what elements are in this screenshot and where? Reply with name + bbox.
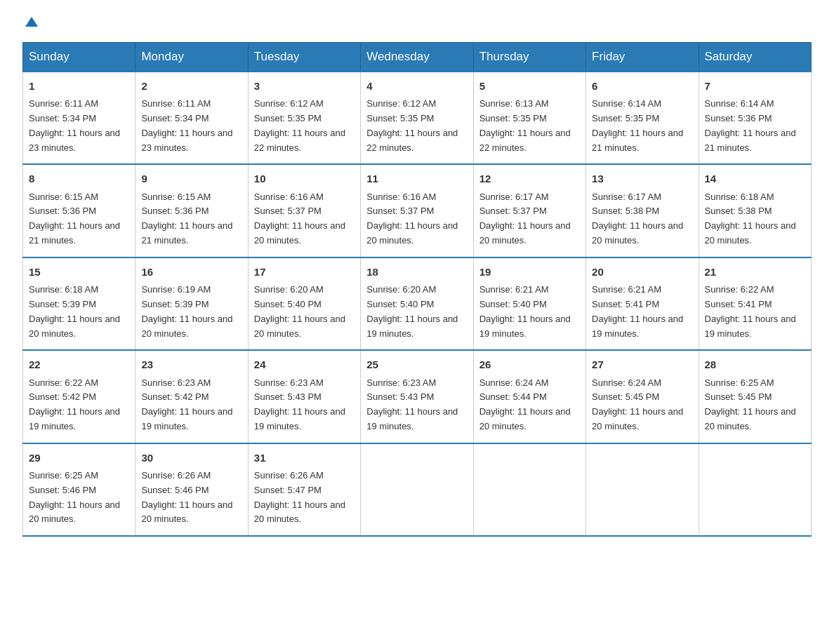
sunrise-label: Sunrise: 6:20 AM	[254, 284, 324, 295]
calendar-header-thursday: Thursday	[473, 43, 585, 72]
day-info: Sunrise: 6:20 AM Sunset: 5:40 PM Dayligh…	[366, 283, 467, 341]
day-info: Sunrise: 6:13 AM Sunset: 5:35 PM Dayligh…	[479, 97, 580, 155]
daylight-label: Daylight: 11 hours and 20 minutes.	[705, 220, 796, 246]
day-info: Sunrise: 6:21 AM Sunset: 5:41 PM Dayligh…	[592, 283, 692, 341]
daylight-label: Daylight: 11 hours and 20 minutes.	[141, 314, 232, 339]
day-info: Sunrise: 6:26 AM Sunset: 5:47 PM Dayligh…	[254, 469, 355, 527]
sunrise-label: Sunrise: 6:25 AM	[705, 377, 774, 388]
sunset-label: Sunset: 5:38 PM	[705, 206, 772, 216]
calendar-week-row: 15 Sunrise: 6:18 AM Sunset: 5:39 PM Dayl…	[23, 257, 812, 350]
sunset-label: Sunset: 5:45 PM	[592, 391, 659, 402]
day-number: 23	[141, 356, 241, 373]
day-info: Sunrise: 6:11 AM Sunset: 5:34 PM Dayligh…	[29, 97, 129, 155]
day-number: 6	[592, 78, 692, 94]
day-number: 2	[141, 78, 241, 94]
sunrise-label: Sunrise: 6:25 AM	[29, 470, 98, 481]
sunrise-label: Sunrise: 6:24 AM	[592, 377, 661, 388]
sunset-label: Sunset: 5:35 PM	[592, 113, 659, 123]
calendar-header-monday: Monday	[135, 43, 248, 72]
calendar-day-cell: 12 Sunrise: 6:17 AM Sunset: 5:37 PM Dayl…	[473, 164, 585, 257]
daylight-label: Daylight: 11 hours and 19 minutes.	[29, 406, 120, 431]
day-number: 9	[141, 170, 241, 187]
sunrise-label: Sunrise: 6:16 AM	[366, 192, 436, 202]
sunset-label: Sunset: 5:47 PM	[254, 485, 322, 495]
calendar-day-cell: 22 Sunrise: 6:22 AM Sunset: 5:42 PM Dayl…	[23, 350, 135, 443]
day-number: 31	[254, 450, 355, 466]
sunrise-label: Sunrise: 6:16 AM	[254, 192, 324, 202]
sunset-label: Sunset: 5:43 PM	[366, 391, 434, 402]
calendar-day-cell: 26 Sunrise: 6:24 AM Sunset: 5:44 PM Dayl…	[473, 350, 585, 443]
day-info: Sunrise: 6:20 AM Sunset: 5:40 PM Dayligh…	[254, 283, 355, 341]
sunrise-label: Sunrise: 6:14 AM	[705, 98, 774, 109]
sunrise-label: Sunrise: 6:20 AM	[366, 284, 436, 295]
day-number: 21	[705, 264, 805, 280]
calendar-header-tuesday: Tuesday	[248, 43, 360, 72]
day-info: Sunrise: 6:18 AM Sunset: 5:39 PM Dayligh…	[29, 283, 129, 341]
daylight-label: Daylight: 11 hours and 19 minutes.	[366, 406, 458, 431]
daylight-label: Daylight: 11 hours and 23 minutes.	[29, 128, 120, 153]
calendar-day-cell	[586, 443, 699, 536]
calendar-day-cell: 2 Sunrise: 6:11 AM Sunset: 5:34 PM Dayli…	[135, 72, 248, 164]
calendar-day-cell: 14 Sunrise: 6:18 AM Sunset: 5:38 PM Dayl…	[699, 164, 811, 257]
sunrise-label: Sunrise: 6:13 AM	[479, 98, 549, 109]
sunset-label: Sunset: 5:46 PM	[141, 485, 208, 495]
daylight-label: Daylight: 11 hours and 21 minutes.	[705, 128, 796, 153]
day-info: Sunrise: 6:25 AM Sunset: 5:45 PM Dayligh…	[705, 376, 805, 434]
day-number: 8	[29, 170, 129, 187]
sunset-label: Sunset: 5:35 PM	[479, 113, 547, 123]
day-number: 15	[29, 264, 129, 280]
sunset-label: Sunset: 5:44 PM	[479, 391, 547, 402]
day-info: Sunrise: 6:17 AM Sunset: 5:38 PM Dayligh…	[592, 190, 692, 248]
calendar-day-cell: 23 Sunrise: 6:23 AM Sunset: 5:42 PM Dayl…	[135, 350, 248, 443]
sunrise-label: Sunrise: 6:22 AM	[29, 377, 98, 388]
daylight-label: Daylight: 11 hours and 20 minutes.	[366, 220, 458, 246]
daylight-label: Daylight: 11 hours and 20 minutes.	[592, 220, 683, 246]
daylight-label: Daylight: 11 hours and 19 minutes.	[366, 314, 458, 339]
page-header	[22, 17, 812, 25]
calendar-day-cell: 25 Sunrise: 6:23 AM Sunset: 5:43 PM Dayl…	[361, 350, 473, 443]
day-info: Sunrise: 6:23 AM Sunset: 5:43 PM Dayligh…	[254, 376, 355, 434]
calendar-day-cell: 19 Sunrise: 6:21 AM Sunset: 5:40 PM Dayl…	[473, 257, 585, 350]
calendar-header-row: SundayMondayTuesdayWednesdayThursdayFrid…	[23, 43, 812, 72]
day-number: 28	[705, 356, 805, 373]
day-info: Sunrise: 6:16 AM Sunset: 5:37 PM Dayligh…	[254, 190, 355, 248]
day-number: 7	[705, 78, 805, 94]
calendar-day-cell: 18 Sunrise: 6:20 AM Sunset: 5:40 PM Dayl…	[361, 257, 473, 350]
sunrise-label: Sunrise: 6:18 AM	[705, 192, 774, 202]
daylight-label: Daylight: 11 hours and 21 minutes.	[592, 128, 683, 153]
calendar-week-row: 29 Sunrise: 6:25 AM Sunset: 5:46 PM Dayl…	[23, 443, 812, 536]
calendar-day-cell: 31 Sunrise: 6:26 AM Sunset: 5:47 PM Dayl…	[248, 443, 360, 536]
sunrise-label: Sunrise: 6:14 AM	[592, 98, 661, 109]
daylight-label: Daylight: 11 hours and 19 minutes.	[592, 314, 683, 339]
daylight-label: Daylight: 11 hours and 20 minutes.	[479, 406, 571, 431]
day-number: 22	[29, 356, 129, 373]
sunset-label: Sunset: 5:41 PM	[705, 299, 772, 309]
daylight-label: Daylight: 11 hours and 20 minutes.	[254, 314, 345, 339]
daylight-label: Daylight: 11 hours and 19 minutes.	[705, 314, 796, 339]
sunrise-label: Sunrise: 6:21 AM	[479, 284, 549, 295]
calendar-day-cell	[473, 443, 585, 536]
calendar-day-cell: 16 Sunrise: 6:19 AM Sunset: 5:39 PM Dayl…	[135, 257, 248, 350]
sunrise-label: Sunrise: 6:15 AM	[141, 192, 211, 202]
sunset-label: Sunset: 5:37 PM	[479, 206, 547, 216]
day-number: 24	[254, 356, 355, 373]
calendar-day-cell: 29 Sunrise: 6:25 AM Sunset: 5:46 PM Dayl…	[23, 443, 135, 536]
day-info: Sunrise: 6:19 AM Sunset: 5:39 PM Dayligh…	[141, 283, 241, 341]
sunrise-label: Sunrise: 6:23 AM	[254, 377, 324, 388]
daylight-label: Daylight: 11 hours and 19 minutes.	[254, 406, 345, 431]
calendar-day-cell: 6 Sunrise: 6:14 AM Sunset: 5:35 PM Dayli…	[586, 72, 699, 164]
calendar-week-row: 8 Sunrise: 6:15 AM Sunset: 5:36 PM Dayli…	[23, 164, 812, 257]
day-info: Sunrise: 6:24 AM Sunset: 5:45 PM Dayligh…	[592, 376, 692, 434]
calendar-day-cell: 17 Sunrise: 6:20 AM Sunset: 5:40 PM Dayl…	[248, 257, 360, 350]
day-info: Sunrise: 6:12 AM Sunset: 5:35 PM Dayligh…	[366, 97, 467, 155]
sunrise-label: Sunrise: 6:19 AM	[141, 284, 211, 295]
sunset-label: Sunset: 5:35 PM	[366, 113, 434, 123]
calendar-day-cell: 4 Sunrise: 6:12 AM Sunset: 5:35 PM Dayli…	[361, 72, 473, 164]
day-number: 26	[479, 356, 580, 373]
sunset-label: Sunset: 5:36 PM	[141, 206, 208, 216]
daylight-label: Daylight: 11 hours and 19 minutes.	[479, 314, 571, 339]
day-number: 18	[366, 264, 467, 280]
daylight-label: Daylight: 11 hours and 21 minutes.	[29, 220, 120, 246]
day-info: Sunrise: 6:17 AM Sunset: 5:37 PM Dayligh…	[479, 190, 580, 248]
daylight-label: Daylight: 11 hours and 20 minutes.	[29, 499, 120, 525]
